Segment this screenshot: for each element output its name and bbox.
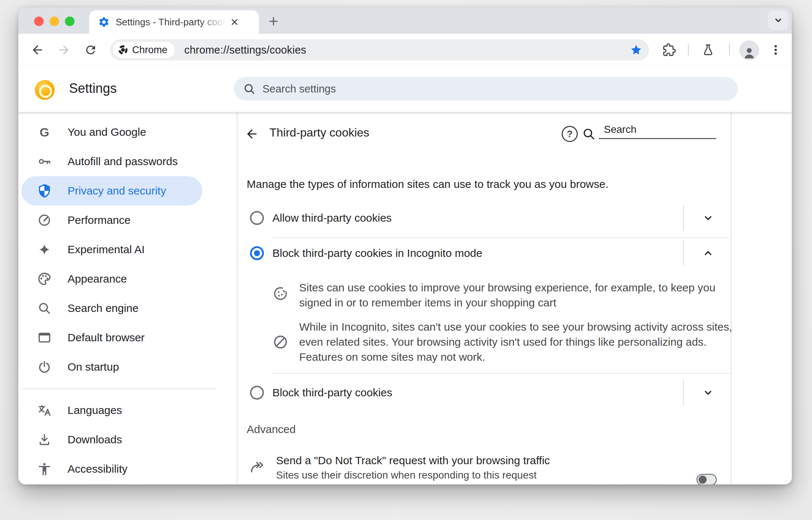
toolbar-divider (729, 44, 730, 55)
google-g-icon: G (37, 125, 52, 139)
chrome-logo-icon (117, 44, 128, 55)
bookmark-star-icon[interactable] (630, 44, 642, 56)
back-icon[interactable] (29, 42, 46, 58)
cookie-icon (272, 286, 289, 302)
radio-2[interactable] (250, 386, 264, 400)
sidebar-item-you-and-google[interactable]: G You and Google (21, 117, 202, 147)
key-icon (37, 154, 52, 169)
speedometer-icon (37, 213, 52, 228)
browser-window: Settings - Third-party cookies (18, 7, 792, 484)
chevron-down-icon[interactable] (700, 385, 716, 401)
sidebar-item-performance[interactable]: Performance (21, 206, 202, 235)
radio-label[interactable]: Block third-party cookies (272, 386, 392, 399)
power-icon (37, 360, 52, 374)
shield-icon (37, 183, 52, 198)
settings-gear-icon (98, 16, 110, 28)
row-divider (683, 240, 684, 266)
minimize-window-button[interactable] (50, 17, 59, 26)
separator (272, 373, 730, 374)
translate-icon (37, 403, 52, 418)
active-tab[interactable]: Settings - Third-party cookies (89, 10, 259, 34)
settings-search-input[interactable]: Search settings (234, 77, 738, 101)
settings-sidebar: G You and Google Autofill and passwords (18, 112, 238, 484)
separator (272, 237, 730, 238)
chevron-up-icon[interactable] (700, 245, 716, 261)
sidebar-item-experimental-ai[interactable]: Experimental AI (21, 235, 202, 264)
sidebar-item-accessibility[interactable]: Accessibility (21, 454, 202, 484)
sidebar-item-search-engine[interactable]: Search engine (21, 294, 202, 323)
palette-icon (37, 272, 52, 286)
sidebar-divider (21, 388, 216, 389)
advanced-section-heading: Advanced (247, 423, 296, 436)
extensions-icon[interactable] (661, 42, 677, 58)
settings-header: Settings Search settings (18, 66, 792, 112)
tab-close-icon[interactable] (228, 15, 241, 29)
help-icon[interactable]: ? (562, 126, 578, 142)
back-arrow-icon[interactable] (244, 126, 260, 142)
radio-0[interactable] (250, 211, 264, 225)
sidebar-item-on-startup[interactable]: On startup (21, 352, 202, 382)
labs-flask-icon[interactable] (700, 42, 716, 58)
sidebar-item-privacy-and-security[interactable]: Privacy and security (21, 176, 202, 206)
profile-avatar[interactable] (739, 40, 759, 60)
site-chip[interactable]: Chrome (113, 42, 175, 58)
new-tab-button[interactable] (265, 13, 282, 29)
sidebar-item-default-browser[interactable]: Default browser (21, 323, 202, 352)
address-bar[interactable]: Chrome chrome://settings/cookies (110, 39, 649, 61)
sidebar-item-languages[interactable]: Languages (21, 396, 202, 425)
url-text[interactable]: chrome://settings/cookies (184, 44, 306, 56)
browser-toolbar: Chrome chrome://settings/cookies (18, 34, 792, 66)
menu-dots-icon[interactable] (768, 42, 784, 58)
browser-window-icon (37, 330, 52, 345)
settings-main: G You and Google Autofill and passwords (18, 112, 792, 484)
forward-icon[interactable] (56, 42, 72, 58)
content-right-gutter (731, 112, 792, 484)
sparkle-icon (37, 242, 52, 257)
sidebar-item-autofill[interactable]: Autofill and passwords (21, 147, 202, 176)
dnt-subtitle: Sites use their discretion when respondi… (276, 469, 537, 481)
reload-icon[interactable] (83, 42, 99, 58)
row-divider (683, 380, 684, 406)
close-window-button[interactable] (34, 17, 44, 26)
chrome-canary-logo-icon (35, 80, 55, 100)
accessibility-icon (37, 462, 52, 476)
download-icon (37, 432, 52, 447)
tab-title: Settings - Third-party cookies (116, 15, 226, 29)
search-icon (243, 82, 256, 95)
dnt-title: Send a "Do Not Track" request with your … (276, 454, 550, 467)
page-title: Third-party cookies (269, 126, 369, 139)
intro-text: Manage the types of information sites ca… (247, 178, 609, 190)
tab-strip: Settings - Third-party cookies (18, 7, 792, 34)
description-text: While in Incognito, sites can't use your… (299, 319, 734, 364)
zoom-window-button[interactable] (65, 17, 75, 26)
radio-label[interactable]: Allow third-party cookies (272, 212, 392, 224)
settings-search-placeholder: Search settings (262, 83, 336, 95)
radio-label[interactable]: Block third-party cookies in Incognito m… (272, 247, 482, 259)
cookies-settings-panel: Third-party cookies ? Search Manage the … (238, 112, 731, 484)
radio-1[interactable] (250, 246, 264, 260)
settings-page-title: Settings (69, 81, 117, 96)
row-divider (683, 205, 684, 231)
search-icon (581, 127, 596, 141)
magnifier-icon (37, 301, 52, 316)
site-chip-label: Chrome (132, 44, 167, 56)
dnt-toggle[interactable] (696, 474, 717, 484)
description-text: Sites can use cookies to improve your br… (299, 280, 732, 310)
blocked-icon (272, 334, 289, 350)
sidebar-item-appearance[interactable]: Appearance (21, 264, 202, 294)
page-search-input[interactable]: Search (599, 122, 716, 139)
tab-search-button[interactable] (768, 10, 788, 30)
sidebar-item-downloads[interactable]: Downloads (21, 425, 202, 454)
do-not-track-icon (249, 459, 265, 475)
toolbar-divider (688, 44, 689, 55)
chevron-down-icon[interactable] (700, 210, 716, 226)
tab-title-fade (200, 15, 226, 29)
